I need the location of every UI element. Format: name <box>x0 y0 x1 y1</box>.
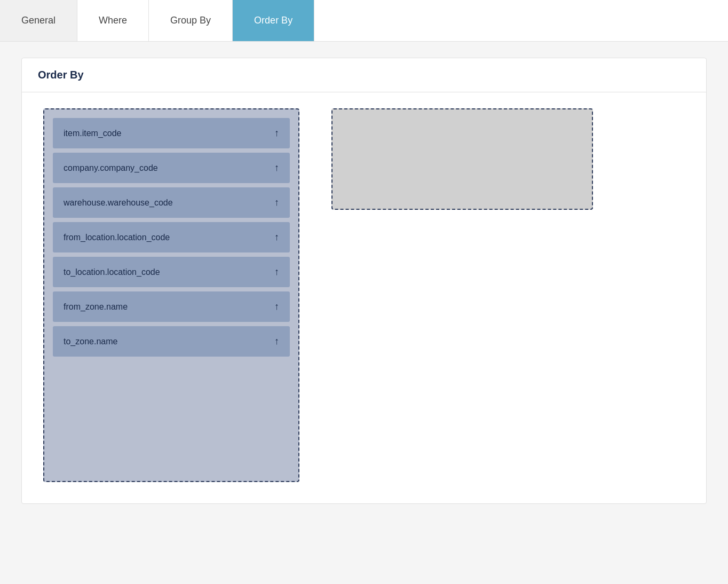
available-fields-box: item.item_code ↑ company.company_code ↑ … <box>43 108 299 482</box>
field-name: company.company_code <box>64 163 158 173</box>
list-item[interactable]: to_location.location_code ↑ <box>53 257 290 287</box>
selected-fields-box[interactable] <box>331 108 593 210</box>
sort-asc-icon: ↑ <box>274 128 279 139</box>
tab-general[interactable]: General <box>0 0 77 41</box>
order-by-card: Order By item.item_code ↑ company.compan… <box>21 58 707 504</box>
list-item[interactable]: warehouse.warehouse_code ↑ <box>53 187 290 218</box>
order-by-body: item.item_code ↑ company.company_code ↑ … <box>22 92 706 503</box>
field-name: from_location.location_code <box>64 233 170 242</box>
tab-order-by[interactable]: Order By <box>233 0 314 41</box>
sort-asc-icon: ↑ <box>274 266 279 278</box>
order-by-header: Order By <box>22 58 706 92</box>
list-item[interactable]: from_location.location_code ↑ <box>53 222 290 252</box>
tab-group-by[interactable]: Group By <box>149 0 233 41</box>
tab-where[interactable]: Where <box>77 0 149 41</box>
tab-bar: General Where Group By Order By <box>0 0 728 42</box>
field-name: warehouse.warehouse_code <box>64 198 173 208</box>
list-item[interactable]: to_zone.name ↑ <box>53 326 290 357</box>
list-item[interactable]: company.company_code ↑ <box>53 153 290 183</box>
sort-asc-icon: ↑ <box>274 232 279 243</box>
field-name: to_zone.name <box>64 337 117 346</box>
sort-asc-icon: ↑ <box>274 301 279 312</box>
field-name: from_zone.name <box>64 302 128 312</box>
main-content: Order By item.item_code ↑ company.compan… <box>0 42 728 520</box>
sort-asc-icon: ↑ <box>274 162 279 173</box>
list-item[interactable]: item.item_code ↑ <box>53 118 290 148</box>
page-title: Order By <box>38 69 690 81</box>
field-name: item.item_code <box>64 129 122 138</box>
sort-asc-icon: ↑ <box>274 197 279 208</box>
list-item[interactable]: from_zone.name ↑ <box>53 291 290 322</box>
field-name: to_location.location_code <box>64 267 160 277</box>
sort-asc-icon: ↑ <box>274 336 279 347</box>
